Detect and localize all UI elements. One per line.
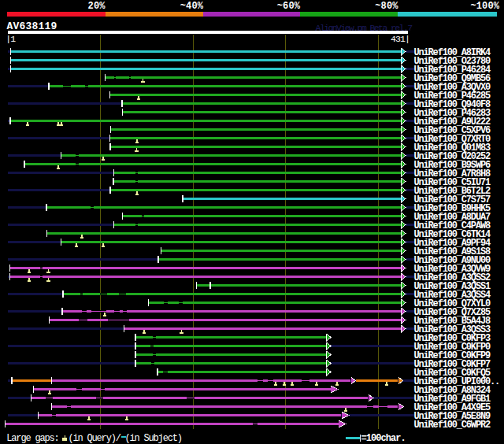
svg-text:20%: 20%: [88, 1, 106, 12]
svg-text:(in Query)/: (in Query)/: [68, 433, 120, 444]
svg-text:AV638119: AV638119: [7, 20, 57, 32]
svg-text:(in Subject): (in Subject): [124, 433, 181, 444]
svg-text:~100%: ~100%: [470, 1, 499, 12]
svg-text:431|: 431|: [391, 34, 410, 44]
svg-text:~80%: ~80%: [375, 1, 398, 12]
svg-text:~40%: ~40%: [180, 1, 204, 12]
svg-text:Large gaps:: Large gaps:: [6, 433, 58, 444]
svg-text:|1: |1: [6, 34, 16, 44]
svg-text:UniRef100_C6WPR2: UniRef100_C6WPR2: [414, 420, 491, 431]
svg-text:=100char.: =100char.: [361, 433, 406, 444]
svg-text:~60%: ~60%: [277, 1, 301, 12]
